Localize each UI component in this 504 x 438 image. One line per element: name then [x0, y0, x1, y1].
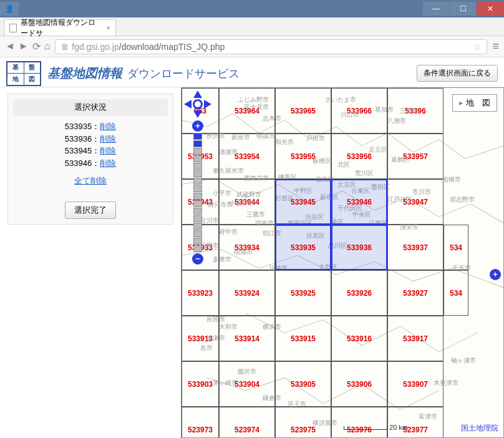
cell-code: 533926 [347, 289, 372, 298]
menu-icon[interactable]: ≡ [492, 40, 499, 53]
map-cell[interactable]: 523976 [331, 407, 387, 438]
map-cell[interactable]: 523974 [219, 407, 275, 438]
layer-toggle-button[interactable]: 地 図 [452, 94, 497, 112]
delete-link[interactable]: 削除 [100, 122, 116, 131]
map-cell[interactable]: 533934 [219, 225, 275, 270]
tab-favicon [9, 24, 17, 32]
pan-west-icon[interactable] [184, 100, 191, 109]
zoom-tick[interactable] [193, 208, 202, 215]
delete-link[interactable]: 削除 [100, 158, 116, 168]
map-cell[interactable]: 534 [443, 225, 468, 270]
map-cell[interactable]: 533906 [331, 361, 387, 407]
cell-code: 533947 [403, 198, 428, 207]
back-to-conditions-button[interactable]: 条件選択画面に戻る [417, 65, 498, 82]
selection-panel-title: 選択状況 [13, 99, 168, 115]
zoom-tick[interactable] [193, 155, 202, 162]
pan-east-icon[interactable] [204, 100, 211, 109]
map-cell[interactable]: 533935 [275, 225, 331, 270]
browser-tab[interactable]: 基盤地図情報ダウンロードサ × [4, 19, 116, 36]
zoom-tick[interactable] [193, 200, 202, 207]
zoom-tick[interactable] [193, 238, 202, 245]
zoom-slider[interactable] [193, 133, 202, 252]
map-cell[interactable]: 523977 [387, 407, 443, 438]
map-cell[interactable]: 533957 [387, 134, 443, 179]
tab-close-icon[interactable]: × [106, 24, 110, 32]
map-cell[interactable]: 533914 [219, 316, 275, 361]
map-cell[interactable]: 533926 [331, 270, 387, 316]
cell-code: 533927 [403, 289, 428, 298]
url-host: fgd.gsi.go.jp [72, 42, 119, 52]
cell-code: 533936 [347, 243, 372, 252]
delete-link[interactable]: 削除 [100, 146, 116, 155]
cell-code: 533946 [347, 198, 372, 207]
zoom-tick[interactable] [193, 230, 202, 237]
window-close-button[interactable]: ✕ [477, 2, 504, 16]
map-cell[interactable]: 533955 [275, 134, 331, 179]
map-cell[interactable]: 533917 [387, 316, 443, 361]
map-cell[interactable]: 533907 [387, 361, 443, 407]
map-cell[interactable]: 533956 [331, 134, 387, 179]
map-cell[interactable]: 533964 [219, 88, 275, 134]
cell-code: 534 [450, 243, 462, 252]
window-titlebar: 👤 — ☐ ✕ [0, 0, 504, 17]
map-cell[interactable]: 523973 [182, 407, 219, 438]
pan-south-icon[interactable] [193, 110, 202, 118]
pan-compass[interactable] [185, 92, 210, 117]
map-cell[interactable]: 533915 [275, 316, 331, 361]
expand-button[interactable]: + [490, 269, 501, 280]
map-cell[interactable]: 533904 [219, 361, 275, 407]
map-cell[interactable]: 533903 [182, 361, 219, 407]
zoom-tick[interactable] [193, 215, 202, 222]
zoom-tick[interactable] [193, 223, 202, 230]
cell-code: 533944 [235, 198, 259, 207]
map-cell[interactable]: 533945 [275, 179, 331, 225]
map-cell[interactable]: 533913 [182, 316, 219, 361]
zoom-tick[interactable] [193, 148, 202, 155]
map-cell[interactable]: 533937 [387, 225, 443, 270]
cell-code: 533903 [188, 380, 213, 389]
address-bar[interactable]: 🗎 fgd.gsi.go.jp/download/mapTIS_JQ.php ☆ [55, 39, 487, 54]
map-cell[interactable]: 533923 [182, 270, 219, 316]
user-icon[interactable]: 👤 [0, 2, 19, 16]
bookmark-star-icon[interactable]: ☆ [473, 42, 482, 52]
map-cell[interactable]: 534 [443, 270, 468, 316]
zoom-tick[interactable] [193, 140, 202, 147]
pan-center-icon[interactable] [193, 99, 203, 109]
zoom-tick[interactable] [193, 163, 202, 170]
zoom-tick[interactable] [193, 170, 202, 177]
map-cell[interactable]: 533947 [387, 179, 443, 225]
selection-complete-button[interactable]: 選択完了 [65, 202, 116, 219]
zoom-tick[interactable] [193, 178, 202, 185]
delete-link[interactable]: 削除 [100, 134, 116, 144]
map-cell[interactable]: 533954 [219, 134, 275, 179]
map-area[interactable]: 9635339645339655339665339653395353395453… [181, 87, 504, 438]
zoom-tick[interactable] [193, 133, 202, 140]
map-cell[interactable]: 533916 [331, 316, 387, 361]
map-nav-widget: + − [185, 92, 210, 265]
reload-icon[interactable]: ⟳ [32, 41, 41, 52]
map-cell[interactable]: 533946 [331, 179, 387, 225]
map-cell[interactable]: 533927 [387, 270, 443, 316]
map-cell[interactable]: 533944 [219, 179, 275, 225]
forward-icon[interactable]: ► [19, 41, 29, 52]
zoom-tick[interactable] [193, 245, 202, 252]
minimize-button[interactable]: — [423, 2, 449, 16]
pan-north-icon[interactable] [193, 90, 202, 98]
map-cell[interactable]: 533924 [219, 270, 275, 316]
map-cell[interactable]: 533966 [331, 88, 387, 134]
map-cell[interactable]: 53396 [387, 88, 443, 134]
delete-all-link[interactable]: 全て削除 [13, 175, 168, 187]
zoom-tick[interactable] [193, 193, 202, 200]
map-cell[interactable]: 533905 [275, 361, 331, 407]
map-cell[interactable]: 533936 [331, 225, 387, 270]
map-cell[interactable]: 523975 [275, 407, 331, 438]
map-cell[interactable]: 533965 [275, 88, 331, 134]
zoom-tick[interactable] [193, 185, 202, 192]
zoom-out-button[interactable]: − [192, 253, 203, 265]
maximize-button[interactable]: ☐ [450, 2, 476, 16]
map-cell[interactable]: 533925 [275, 270, 331, 316]
home-icon[interactable]: ⌂ [44, 41, 51, 52]
browser-tabbar: 基盤地図情報ダウンロードサ × [0, 17, 504, 36]
zoom-in-button[interactable]: + [192, 120, 203, 132]
back-icon[interactable]: ◄ [5, 41, 15, 52]
